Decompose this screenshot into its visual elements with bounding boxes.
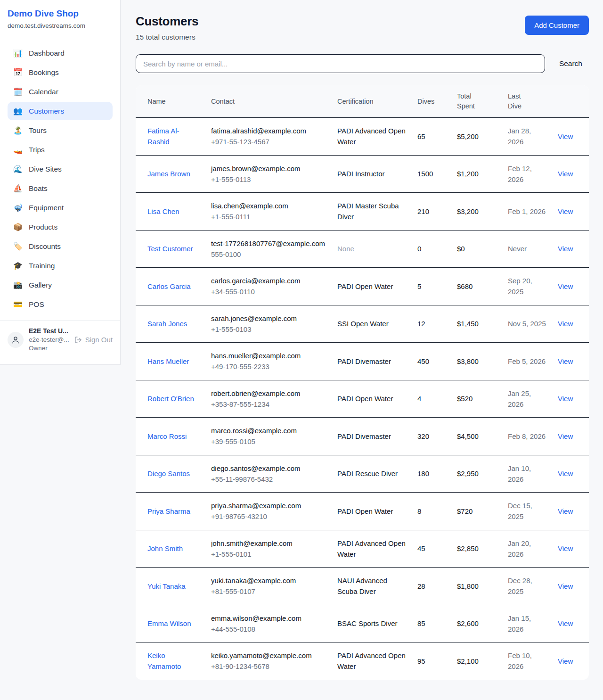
customer-name-link[interactable]: Carlos Garcia (147, 282, 191, 290)
customer-count: 15 total customers (136, 33, 198, 41)
customer-name-link[interactable]: John Smith (147, 544, 183, 552)
sidebar-item-dashboard[interactable]: 📊Dashboard (8, 44, 113, 62)
calendar-icon: 🗓️ (13, 87, 23, 96)
view-link[interactable]: View (558, 282, 573, 290)
last-dive-cell: Dec 28, 2025 (502, 568, 552, 605)
customer-email: james.brown@example.com (211, 163, 326, 174)
view-cell: View (552, 193, 589, 231)
table-row: Marco Rossimarco.rossi@example.com+39-55… (136, 418, 589, 455)
column-header-lastdive: Last Dive (502, 85, 552, 118)
dive-sites-wave-icon: 🌊 (13, 165, 23, 173)
customer-name-link[interactable]: Test Customer (147, 245, 193, 253)
last-dive-cell: Jan 25, 2026 (502, 380, 552, 418)
customer-name-link[interactable]: Marco Rossi (147, 432, 187, 440)
view-link[interactable]: View (558, 245, 573, 253)
customer-email: keiko.yamamoto@example.com (211, 650, 326, 661)
tours-island-icon: 🏝️ (13, 126, 23, 135)
customer-phone: +1-555-0111 (211, 211, 326, 222)
view-link[interactable]: View (558, 132, 573, 140)
customer-name-link[interactable]: Keiko Yamamoto (147, 651, 181, 670)
view-link[interactable]: View (558, 357, 573, 365)
sidebar: Demo Dive Shop demo.test.divestreams.com… (0, 0, 121, 365)
customer-name-cell: Fatima Al-Rashid (136, 118, 205, 156)
certification-cell: PADI Advanced Open Water (332, 642, 412, 680)
pos-credit-card-icon: 💳 (13, 300, 23, 309)
view-link[interactable]: View (558, 657, 573, 665)
sidebar-item-training[interactable]: 🎓Training (8, 256, 113, 275)
view-link[interactable]: View (558, 619, 573, 627)
total-spent-cell: $1,200 (451, 155, 502, 193)
gallery-camera-icon: 📸 (13, 280, 23, 289)
view-link[interactable]: View (558, 582, 573, 590)
dives-cell: 450 (412, 343, 451, 380)
view-link[interactable]: View (558, 320, 573, 328)
sidebar-item-pos[interactable]: 💳POS (8, 295, 113, 313)
page-header: Customers 15 total customers Add Custome… (136, 14, 589, 41)
customer-phone: +44-555-0108 (211, 624, 326, 634)
customer-name-link[interactable]: Lisa Chen (147, 207, 179, 215)
table-row: Robert O'Brienrobert.obrien@example.com+… (136, 380, 589, 418)
sign-out-button[interactable]: Sign Out (74, 336, 113, 344)
customer-name-link[interactable]: Fatima Al-Rashid (147, 127, 179, 146)
view-cell: View (552, 530, 589, 568)
user-name: E2E Test U... (29, 327, 69, 335)
add-customer-button[interactable]: Add Customer (525, 16, 589, 35)
customer-name-link[interactable]: Hans Mueller (147, 357, 189, 365)
total-spent-cell: $4,500 (451, 418, 502, 455)
search-input[interactable] (136, 54, 545, 73)
user-role: Owner (29, 344, 69, 353)
table-row: Sarah Jonessarah.jones@example.com+1-555… (136, 305, 589, 343)
total-spent-cell: $1,800 (451, 568, 502, 605)
sidebar-item-label: Gallery (29, 281, 52, 289)
customer-name-link[interactable]: Priya Sharma (147, 507, 190, 515)
certification-cell: PADI Master Scuba Diver (332, 193, 412, 231)
view-link[interactable]: View (558, 469, 573, 478)
customer-name-link[interactable]: Sarah Jones (147, 320, 187, 328)
customer-name-link[interactable]: Diego Santos (147, 469, 190, 478)
total-spent-cell: $720 (451, 493, 502, 530)
contact-cell: sarah.jones@example.com+1-555-0103 (205, 305, 332, 343)
sidebar-item-label: Training (29, 262, 55, 270)
certification-cell: PADI Instructor (332, 155, 412, 193)
view-link[interactable]: View (558, 544, 573, 552)
last-dive-cell: Feb 5, 2026 (502, 343, 552, 380)
last-dive-cell: Feb 10, 2026 (502, 642, 552, 680)
view-link[interactable]: View (558, 207, 573, 215)
sidebar-item-calendar[interactable]: 🗓️Calendar (8, 82, 113, 101)
customer-name-cell: James Brown (136, 155, 205, 193)
view-link[interactable]: View (558, 507, 573, 515)
certification-cell: PADI Divemaster (332, 418, 412, 455)
table-row: Carlos Garciacarlos.garcia@example.com+3… (136, 268, 589, 305)
dives-cell: 320 (412, 418, 451, 455)
last-dive-cell: Feb 1, 2026 (502, 193, 552, 231)
sidebar-item-dive-sites[interactable]: 🌊Dive Sites (8, 160, 113, 178)
certification-cell: PADI Open Water (332, 380, 412, 418)
certification-cell: PADI Advanced Open Water (332, 530, 412, 568)
customer-name-link[interactable]: Robert O'Brien (147, 395, 194, 403)
sidebar-item-products[interactable]: 📦Products (8, 218, 113, 236)
contact-cell: test-1772681807767@example.com555-0100 (205, 230, 332, 268)
view-link[interactable]: View (558, 395, 573, 403)
search-button[interactable]: Search (553, 56, 589, 72)
sidebar-item-trips[interactable]: 🚤Trips (8, 140, 113, 159)
column-header-cert: Certification (332, 85, 412, 118)
equipment-mask-icon: 🤿 (13, 203, 23, 212)
sidebar-header: Demo Dive Shop demo.test.divestreams.com (0, 0, 120, 37)
sidebar-item-boats[interactable]: ⛵Boats (8, 179, 113, 198)
contact-cell: james.brown@example.com+1-555-0113 (205, 155, 332, 193)
sidebar-item-gallery[interactable]: 📸Gallery (8, 276, 113, 294)
customer-name-link[interactable]: James Brown (147, 170, 190, 178)
view-cell: View (552, 305, 589, 343)
view-link[interactable]: View (558, 170, 573, 178)
view-cell: View (552, 455, 589, 493)
customer-name-link[interactable]: Emma Wilson (147, 619, 191, 627)
customer-name-link[interactable]: Yuki Tanaka (147, 582, 186, 590)
sidebar-item-customers[interactable]: 👥Customers (8, 102, 113, 120)
user-info: E2E Test U... e2e-tester@... Owner (29, 327, 69, 352)
view-link[interactable]: View (558, 432, 573, 440)
sidebar-item-tours[interactable]: 🏝️Tours (8, 121, 113, 140)
sidebar-item-bookings[interactable]: 📅Bookings (8, 63, 113, 82)
sidebar-item-discounts[interactable]: 🏷️Discounts (8, 237, 113, 255)
customer-email: diego.santos@example.com (211, 463, 326, 474)
sidebar-item-equipment[interactable]: 🤿Equipment (8, 198, 113, 217)
